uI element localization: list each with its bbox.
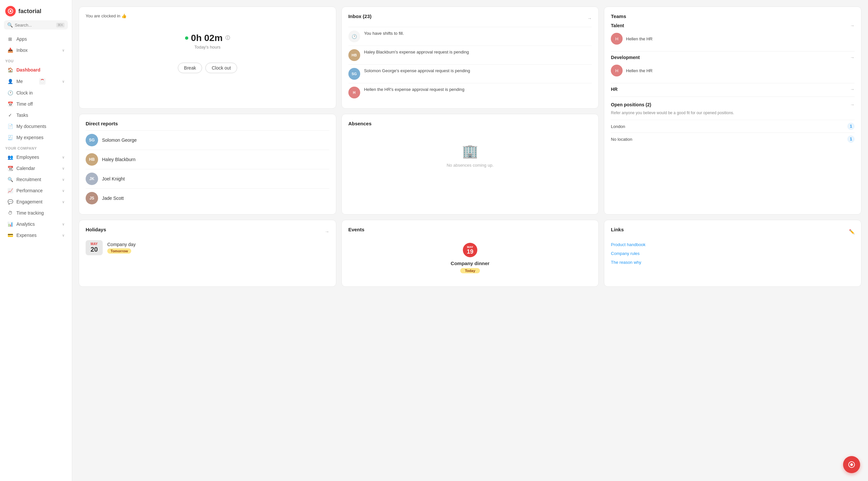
sidebar-item-calendar[interactable]: 📆 Calendar ∨: [2, 163, 70, 174]
recruit-icon: 🔍: [7, 177, 13, 182]
clock-actions: Break Clock out: [86, 63, 329, 73]
analytics-chevron: ∨: [62, 222, 65, 227]
inbox-arrow-icon[interactable]: →: [587, 16, 592, 21]
team-divider-2: [611, 83, 855, 83]
me-chevron: ∨: [62, 80, 65, 84]
sidebar-item-my-expenses[interactable]: 🧾 My expenses: [2, 132, 70, 143]
report-item-3[interactable]: JK Joel Knight: [86, 169, 329, 188]
development-member-avatar-1: H: [611, 65, 623, 77]
svg-point-1: [9, 10, 11, 12]
link-item-3[interactable]: The reason why: [611, 258, 855, 267]
inbox-header: Inbox (23) →: [348, 13, 592, 23]
inbox-item-4-text: Hellen the HR's expense approval request…: [364, 87, 465, 92]
green-dot-icon: [185, 36, 188, 40]
clocked-in-header: You are clocked in 👍: [86, 13, 329, 19]
grid-icon: ⊞: [7, 36, 13, 42]
events-title: Events: [348, 227, 592, 232]
sidebar-item-inbox[interactable]: 📥 Inbox ∨: [2, 44, 70, 56]
holidays-header: Holidays →: [86, 227, 329, 236]
chart-icon: 📈: [7, 188, 13, 193]
event-item-1[interactable]: MAY 19 Company dinner Today: [348, 236, 592, 280]
sidebar-item-performance[interactable]: 📈 Performance ∨: [2, 185, 70, 196]
sidebar-item-my-documents[interactable]: 📄 My documents: [2, 121, 70, 132]
direct-reports-title: Direct reports: [86, 121, 329, 126]
search-input[interactable]: [15, 23, 54, 28]
search-bar[interactable]: 🔍 ⌘K: [4, 20, 68, 30]
open-positions-arrow-icon[interactable]: →: [850, 102, 855, 107]
edit-icon[interactable]: ✏️: [849, 229, 855, 234]
sidebar-item-time-off[interactable]: 📅 Time off: [2, 98, 70, 110]
sidebar-item-tasks[interactable]: ✓ Tasks: [2, 110, 70, 121]
report-item-2[interactable]: HB Haley Blackburn: [86, 150, 329, 169]
search-icon: 🔍: [7, 22, 13, 28]
me-badge: [39, 78, 45, 85]
inbox-item-4[interactable]: H Hellen the HR's expense approval reque…: [348, 83, 592, 102]
sidebar: factorial 🔍 ⌘K ⊞ Apps 📥 Inbox ∨ YOU 🏠 Da…: [0, 0, 72, 481]
logo-text: factorial: [19, 8, 41, 15]
holiday-date-1: MAY 20: [86, 240, 103, 255]
engagement-chevron: ∨: [62, 200, 65, 204]
talent-member-1[interactable]: H Hellen the HR: [611, 31, 855, 47]
open-position-no-location[interactable]: No location 1: [611, 132, 855, 145]
fab-icon: [848, 461, 855, 468]
absences-empty: 🏢 No absences coming up.: [348, 130, 592, 181]
sidebar-item-engagement[interactable]: 💬 Engagement ∨: [2, 196, 70, 207]
sidebar-item-recruitment[interactable]: 🔍 Recruitment ∨: [2, 174, 70, 185]
open-positions-header: Open positions (2) →: [611, 102, 855, 107]
report-item-4[interactable]: JS Jade Scott: [86, 188, 329, 208]
report-avatar-1: SG: [86, 134, 98, 146]
hr-arrow-icon[interactable]: →: [850, 87, 855, 92]
link-item-2[interactable]: Company rules: [611, 249, 855, 258]
expenses-chevron: ∨: [62, 233, 65, 238]
holiday-item-1[interactable]: MAY 20 Company day Tomorrow: [86, 240, 329, 255]
inbox-avatar-4: H: [348, 87, 360, 98]
talent-arrow-icon[interactable]: →: [850, 23, 855, 28]
holidays-arrow-icon[interactable]: →: [325, 229, 329, 234]
timetrack-icon: ⏱: [7, 210, 13, 216]
direct-reports-card: Direct reports SG Solomon George HB Hale…: [79, 114, 336, 215]
sidebar-item-me[interactable]: 👤 Me ∨: [2, 76, 70, 87]
no-location-count-badge: 1: [847, 136, 855, 143]
teams-card: Teams Talent → H Hellen the HR Developme…: [604, 6, 862, 215]
fab-button[interactable]: [843, 456, 860, 473]
inbox-item-3-text: Solomon George's expense approval reques…: [364, 68, 470, 74]
inbox-item-3[interactable]: SG Solomon George's expense approval req…: [348, 64, 592, 83]
logo-icon: [5, 6, 16, 17]
absences-empty-text: No absences coming up.: [446, 163, 493, 168]
sidebar-item-dashboard[interactable]: 🏠 Dashboard: [2, 64, 70, 76]
sidebar-item-time-tracking[interactable]: ⏱ Time tracking: [2, 207, 70, 218]
absences-title: Absences: [348, 121, 592, 126]
development-member-1[interactable]: H Hellen the HR: [611, 63, 855, 79]
sidebar-item-clock-in[interactable]: 🕐 Clock in: [2, 87, 70, 98]
logo[interactable]: factorial: [0, 0, 72, 20]
talent-member-avatar-1: H: [611, 33, 623, 44]
open-position-london[interactable]: London 1: [611, 120, 855, 132]
sidebar-item-employees[interactable]: 👥 Employees ∨: [2, 152, 70, 163]
sidebar-item-apps[interactable]: ⊞ Apps: [2, 33, 70, 44]
search-shortcut: ⌘K: [56, 23, 65, 28]
inbox-item-2[interactable]: HB Haley Blackburn's expense approval re…: [348, 46, 592, 64]
break-button[interactable]: Break: [178, 63, 203, 73]
clock-out-button[interactable]: Clock out: [205, 63, 237, 73]
event-today-badge: Today: [460, 268, 480, 273]
expenses2-icon: 💳: [7, 232, 13, 238]
inbox-item-1[interactable]: 🕐 You have shifts to fill.: [348, 27, 592, 46]
event-date-badge-1: MAY 19: [463, 243, 477, 257]
doc-icon: 📄: [7, 123, 13, 129]
link-item-1[interactable]: Product handbook: [611, 240, 855, 249]
inbox-item-2-text: Haley Blackburn's expense approval reque…: [364, 49, 469, 55]
development-arrow-icon[interactable]: →: [850, 55, 855, 60]
calendar2-icon: 📆: [7, 166, 13, 171]
report-avatar-4: JS: [86, 192, 98, 204]
events-card: Events MAY 19 Company dinner Today: [341, 220, 599, 287]
report-item-1[interactable]: SG Solomon George: [86, 130, 329, 150]
svg-point-3: [850, 463, 853, 466]
sidebar-item-expenses[interactable]: 💳 Expenses ∨: [2, 230, 70, 241]
clock-widget-card: You are clocked in 👍 0h 02m ⓘ Today's ho…: [79, 6, 336, 109]
person-icon: 👤: [7, 79, 13, 84]
check-icon: ✓: [7, 112, 13, 118]
calendar-chevron: ∨: [62, 167, 65, 171]
company-section-label: YOUR COMPANY: [0, 143, 72, 152]
sidebar-item-analytics[interactable]: 📊 Analytics ∨: [2, 218, 70, 230]
inbox-clock-icon: 🕐: [348, 31, 360, 42]
